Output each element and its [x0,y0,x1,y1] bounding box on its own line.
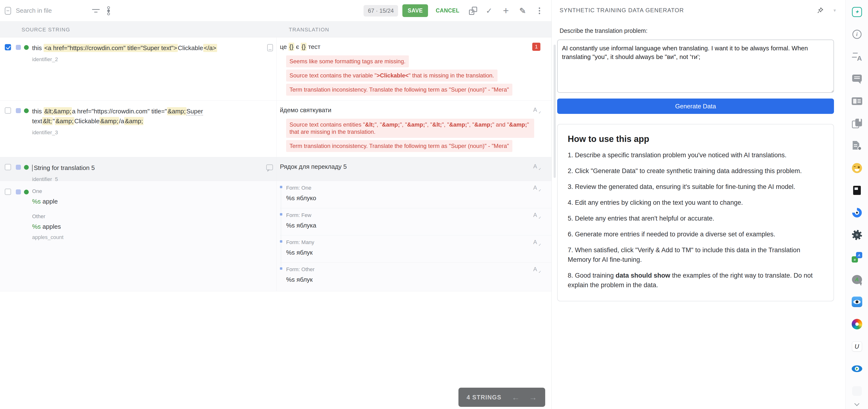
qa-error: Source text contains entities "&lt;", "&… [286,119,534,138]
generate-data-button[interactable]: Generate Data [557,98,834,114]
more-options-icon[interactable] [535,6,544,16]
plural-form-other[interactable]: Form: Other %s яблук [280,262,551,289]
source-cell: One %s apple Other %s apples apples_coun… [0,181,276,291]
search-input[interactable] [16,7,88,14]
letter-u-app-icon[interactable] [852,341,862,352]
more-app-placeholder[interactable] [852,386,862,396]
howto-step-5: 5. Delete any entries that aren't helpfu… [568,214,824,223]
grammar-chat-icon[interactable] [852,274,862,285]
synthetic-data-generator-icon[interactable] [852,7,862,17]
collapse-app-chevron-icon[interactable] [834,7,836,13]
status-square [16,165,21,170]
string-row-4-plural[interactable]: One %s apple Other %s apples apples_coun… [0,181,551,291]
string-row-3-selected[interactable]: String for translation 5 identifier_5 Ря… [0,157,551,181]
problem-description-textarea[interactable]: AI constantly use informal language when… [557,39,834,93]
emoji-app-icon[interactable] [852,163,862,173]
plural-form-one[interactable]: Form: One %s яблуко [280,181,551,208]
plural-form-value: %s apples [32,223,276,230]
plural-form-many[interactable]: Form: Many %s яблук [280,235,551,262]
howto-step-3: 3. Review the generated data, ensuring i… [568,182,824,192]
qa-error: Term translation inconsistency. Translat… [286,140,513,152]
string-row-1[interactable]: this <a href="https://crowdin.com" title… [0,37,551,101]
qa-error: Seems like some formatting tags are miss… [286,55,409,67]
source-text: this &lt;&amp;a href="https://crowdin.co… [32,107,224,126]
add-string-icon[interactable] [501,6,511,16]
approve-icon[interactable] [484,6,494,16]
proofread-icon[interactable] [533,266,540,273]
collapse-panel-icon[interactable] [5,7,11,14]
row-checkbox[interactable] [5,189,11,195]
file-context-icon[interactable] [852,141,862,151]
howto-step-1: 1. Describe a specific translation probl… [568,150,824,160]
translation-text: це {} є {} тест [280,43,551,51]
next-page-arrow[interactable] [529,393,537,401]
view-options-icon[interactable] [107,6,110,16]
status-square [16,189,21,195]
app-panel: SYNTHETIC TRAINING DATA GENERATOR Descri… [552,0,845,409]
status-square [16,108,21,113]
translation-cell[interactable]: це {} є {} тест Seems like some formatti… [276,37,551,100]
color-wheel-app-icon[interactable] [852,319,862,329]
string-row-2[interactable]: this &lt;&amp;a href="https://crowdin.co… [0,101,551,157]
gauge-app-icon[interactable] [852,207,862,218]
cancel-button[interactable]: CANCEL [433,5,462,17]
app-title: SYNTHETIC TRAINING DATA GENERATOR [560,7,684,14]
visual-review-app-icon[interactable] [852,363,862,374]
translate-puzzle-icon[interactable] [852,252,862,263]
string-counter: 67 · 15/24 [364,5,398,17]
source-column-header: SOURCE STRING [22,27,70,33]
row-checkbox-checked[interactable] [5,44,11,50]
source-cell: this <a href="https://crowdin.com" title… [0,37,276,100]
info-icon[interactable] [852,29,862,39]
strings-panel: 67 · 15/24 SAVE CANCEL SOURCE STRING TRA… [0,0,552,409]
column-headers: SOURCE STRING TRANSLATION [0,22,551,37]
translation-cell: Form: One %s яблуко Form: Few %s яблука … [276,181,551,291]
context-document-icon[interactable] [267,44,273,51]
gear-app-icon[interactable] [852,230,862,240]
row-checkbox[interactable] [5,108,11,114]
panel-resize-handle[interactable] [554,45,556,178]
tm-suggestions-icon[interactable] [852,96,862,107]
source-cell: this &lt;&amp;a href="https://crowdin.co… [0,101,276,157]
comments-icon[interactable] [852,74,862,84]
save-button[interactable]: SAVE [402,4,428,17]
source-cell: String for translation 5 identifier_5 [0,157,276,181]
plural-forms: Form: One %s яблуко Form: Few %s яблука … [280,181,551,289]
translation-cell[interactable]: йдемо святкувати Source text contains en… [276,101,551,157]
scroll-down-chevron-icon[interactable] [855,401,859,406]
eye-preview-app-icon[interactable] [852,297,862,307]
string-identifier: identifier_2 [32,56,276,63]
proofread-icon[interactable] [533,212,540,219]
copy-source-icon[interactable] [469,7,477,15]
qa-errors: Seems like some formatting tags are miss… [286,55,551,96]
proofread-icon[interactable] [533,163,540,170]
app-panel-header: SYNTHETIC TRAINING DATA GENERATOR [552,0,845,14]
plural-form-label: Other [32,213,276,220]
machine-translation-icon[interactable] [852,51,862,62]
qa-errors: Source text contains entities "&lt;", "&… [286,119,551,152]
qa-error: Term translation inconsistency. Translat… [286,84,513,96]
row-checkbox[interactable] [5,164,11,170]
string-identifier: apples_count [32,234,276,240]
proofread-icon[interactable] [533,239,540,246]
source-text: String for translation 5 [32,163,265,173]
text-caret [32,165,33,171]
issue-count-badge[interactable]: 1 [532,43,540,51]
translation-text: йдемо святкувати [280,107,551,114]
pin-icon[interactable] [817,7,824,14]
plural-form-few[interactable]: Form: Few %s яблука [280,208,551,235]
glossary-icon[interactable] [852,118,862,129]
apps-sidebar [845,0,868,409]
proofread-icon[interactable] [533,107,540,114]
status-dot [24,108,29,113]
howto-step-8: 8. Good training data should show the ex… [568,271,824,290]
filter-icon[interactable] [92,9,100,12]
edit-icon[interactable] [518,6,527,16]
previous-page-arrow[interactable] [512,393,520,401]
editor-toolbar: 67 · 15/24 SAVE CANCEL [0,0,551,22]
proofread-icon[interactable] [533,184,540,192]
translation-cell[interactable]: Рядок для перекладу 5 [276,157,551,181]
dictionary-book-icon[interactable] [852,185,862,196]
comment-icon[interactable] [266,165,273,170]
translation-text: Рядок для перекладу 5 [280,163,551,171]
